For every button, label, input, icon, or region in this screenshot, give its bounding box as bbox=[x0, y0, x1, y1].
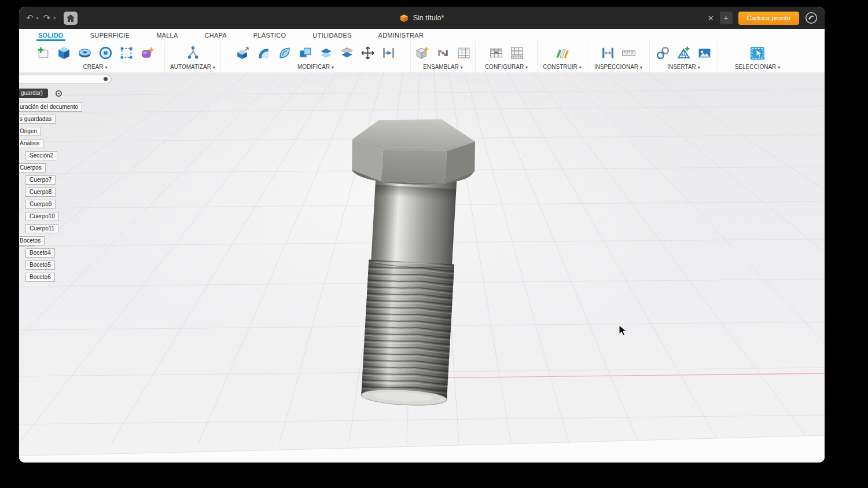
trial-button[interactable]: Caduca pronto bbox=[738, 12, 799, 25]
shell-icon[interactable] bbox=[277, 45, 292, 61]
group-automatizar: AUTOMATIZAR bbox=[165, 41, 221, 72]
insert-mesh-icon[interactable] bbox=[676, 45, 692, 61]
ground-plane-edge bbox=[19, 435, 825, 463]
configurar-dropdown[interactable]: CONFIGURAR bbox=[479, 64, 534, 71]
group-seleccionar: SELECCIONAR bbox=[731, 41, 784, 72]
dropdown-caret-icon bbox=[698, 64, 700, 70]
configure-icon[interactable] bbox=[488, 45, 504, 61]
group-configurar: CONFIGURAR bbox=[476, 41, 538, 72]
select-icon[interactable] bbox=[749, 45, 766, 62]
pattern-icon[interactable] bbox=[119, 45, 134, 61]
redo-caret-icon[interactable]: ▾ bbox=[53, 16, 56, 21]
tab-superficie[interactable]: SUPERFICIE bbox=[90, 32, 130, 41]
move-icon[interactable] bbox=[360, 45, 376, 61]
redo-button[interactable]: ↷ bbox=[43, 13, 51, 23]
create-form-icon[interactable] bbox=[139, 45, 155, 61]
tab-administrar[interactable]: ADMINISTRAR bbox=[378, 32, 424, 41]
tab-chapa[interactable]: CHAPA bbox=[205, 32, 227, 41]
browser-item-seccion2[interactable]: Sección2 bbox=[25, 151, 57, 160]
canvas-icon[interactable] bbox=[697, 45, 712, 61]
seleccionar-dropdown[interactable]: SELECCIONAR bbox=[734, 64, 781, 71]
browser-item-boceto6[interactable]: Boceto6 bbox=[25, 273, 55, 282]
browser-item-boceto4[interactable]: Boceto4 bbox=[25, 248, 55, 258]
document-tab[interactable]: Sin título* bbox=[400, 14, 444, 23]
fillet-icon[interactable] bbox=[256, 45, 271, 61]
ribbon: SOLIDO SUPERFICIE MALLA CHAPA PLÁSTICO U… bbox=[19, 29, 825, 73]
tab-plastico[interactable]: PLÁSTICO bbox=[253, 32, 286, 41]
extrude-icon[interactable] bbox=[56, 45, 72, 61]
ensamblar-dropdown[interactable]: ENSAMBLAR bbox=[414, 64, 472, 71]
joint-icon[interactable] bbox=[435, 45, 451, 61]
visibility-radio[interactable] bbox=[56, 90, 62, 97]
tab-malla[interactable]: MALLA bbox=[156, 32, 178, 41]
browser-item-cuerpo9[interactable]: Cuerpo9 bbox=[25, 200, 56, 209]
automatizar-dropdown[interactable]: AUTOMATIZAR bbox=[168, 64, 217, 71]
titlebar: ↶ ▾ ↷ ▾ Sin título* ✕ + Caduca pronto bbox=[19, 7, 825, 29]
insertar-dropdown[interactable]: INSERTAR bbox=[653, 64, 714, 71]
coil-icon[interactable] bbox=[98, 45, 113, 61]
dropdown-caret-icon bbox=[778, 64, 780, 70]
construir-dropdown[interactable]: CONSTRUIR bbox=[541, 64, 583, 71]
browser-document-item[interactable]: guardar) bbox=[19, 89, 48, 98]
group-inspeccionar: INSPECCIONAR bbox=[587, 41, 650, 72]
dropdown-caret-icon bbox=[525, 64, 528, 70]
group-crear: CREAR bbox=[26, 41, 165, 72]
crear-dropdown[interactable]: CREAR bbox=[30, 64, 161, 71]
create-sketch-icon[interactable] bbox=[35, 45, 51, 61]
group-insertar: INSERTAR bbox=[650, 41, 718, 72]
browser-item-bocetos[interactable]: Bocetos bbox=[19, 236, 45, 245]
workspace-tabs: SOLIDO SUPERFICIE MALLA CHAPA PLÁSTICO U… bbox=[19, 29, 825, 41]
bolt-model[interactable] bbox=[343, 113, 505, 417]
browser-item-cuerpo11[interactable]: Cuerpo11 bbox=[25, 224, 58, 233]
tab-utilidades[interactable]: UTILIDADES bbox=[312, 32, 351, 41]
press-pull-icon[interactable] bbox=[235, 45, 251, 61]
browser-item-origen[interactable]: Origen bbox=[19, 127, 41, 136]
toolbar: CREAR AUTOMATIZAR bbox=[19, 41, 825, 72]
browser-item-analisis[interactable]: Análisis bbox=[19, 139, 43, 148]
insert-link-icon[interactable] bbox=[655, 45, 671, 61]
motion-study-icon[interactable] bbox=[456, 45, 472, 61]
revolve-icon[interactable] bbox=[77, 45, 93, 61]
browser-filter-bar[interactable] bbox=[19, 75, 112, 83]
dropdown-caret-icon bbox=[640, 64, 642, 70]
split-body-icon[interactable] bbox=[339, 45, 355, 61]
browser-item-cuerpo7[interactable]: Cuerpo7 bbox=[25, 175, 56, 185]
modificar-dropdown[interactable]: MODIFICAR bbox=[225, 64, 407, 71]
ruler-icon[interactable] bbox=[621, 45, 637, 61]
measure-icon[interactable] bbox=[600, 45, 616, 61]
home-icon bbox=[67, 14, 75, 22]
dropdown-caret-icon bbox=[579, 64, 582, 70]
combine-icon[interactable] bbox=[297, 45, 313, 61]
dropdown-caret-icon bbox=[213, 64, 215, 70]
align-icon[interactable] bbox=[381, 45, 396, 61]
browser-item-document-settings[interactable]: uración del documento bbox=[19, 102, 82, 112]
viewport[interactable]: guardar) uración del documento s guardad… bbox=[19, 72, 825, 463]
configuration-table-icon[interactable] bbox=[509, 45, 525, 61]
fusion-window: ↶ ▾ ↷ ▾ Sin título* ✕ + Caduca pronto bbox=[19, 7, 825, 463]
browser-item-boceto5[interactable]: Boceto5 bbox=[25, 260, 55, 270]
tab-solido[interactable]: SOLIDO bbox=[38, 32, 64, 41]
undo-caret-icon[interactable]: ▾ bbox=[36, 16, 39, 21]
undo-button[interactable]: ↶ bbox=[26, 13, 34, 23]
construction-plane-icon[interactable] bbox=[554, 45, 571, 61]
account-icon[interactable] bbox=[805, 12, 818, 24]
new-component-icon[interactable] bbox=[414, 45, 430, 61]
inspeccionar-dropdown[interactable]: INSPECCIONAR bbox=[591, 64, 646, 71]
mouse-cursor bbox=[619, 325, 630, 337]
dropdown-caret-icon bbox=[332, 64, 334, 70]
offset-face-icon[interactable] bbox=[318, 45, 334, 61]
browser-item-cuerpo8[interactable]: Cuerpo8 bbox=[25, 188, 56, 197]
close-tab-icon[interactable]: ✕ bbox=[708, 14, 714, 23]
browser-item-cuerpos[interactable]: Cuerpos bbox=[19, 163, 46, 173]
group-modificar: MODIFICAR bbox=[221, 41, 411, 72]
browser-item-cuerpo10[interactable]: Cuerpo10 bbox=[25, 212, 59, 221]
home-button[interactable] bbox=[64, 12, 78, 25]
browser-filter-toggle-icon[interactable] bbox=[104, 77, 108, 81]
dropdown-caret-icon bbox=[105, 64, 108, 70]
automate-script-icon[interactable] bbox=[185, 45, 201, 61]
group-construir: CONSTRUIR bbox=[538, 41, 587, 72]
browser-item-named-views[interactable]: s guardadas bbox=[19, 115, 56, 124]
new-tab-button[interactable]: + bbox=[720, 12, 733, 24]
document-title: Sin título* bbox=[413, 14, 444, 22]
dropdown-caret-icon bbox=[461, 64, 463, 70]
